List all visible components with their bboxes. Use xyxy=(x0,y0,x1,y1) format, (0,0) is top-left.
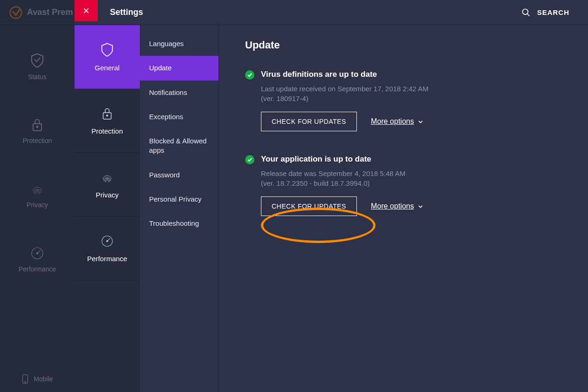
search-button[interactable]: SEARCH xyxy=(521,8,569,17)
block-body: Virus definitions are up to date Last up… xyxy=(261,70,562,131)
subnav-troubleshooting[interactable]: Troubleshooting xyxy=(140,211,219,236)
category-label: Privacy xyxy=(96,191,118,199)
block-title: Your application is up to date xyxy=(261,155,562,164)
bg-nav-privacy: Privacy xyxy=(0,163,75,227)
lock-icon xyxy=(31,117,44,132)
svg-point-7 xyxy=(25,381,26,382)
category-protection[interactable]: Protection xyxy=(75,89,140,153)
lock-icon xyxy=(101,107,113,121)
content-area: Update Virus definitions are up to date … xyxy=(219,25,588,392)
bg-nav-protection: Protection xyxy=(0,99,75,163)
block-actions: CHECK FOR UPDATES More options xyxy=(261,196,562,216)
bg-nav-status: Status xyxy=(0,34,75,99)
subnav-languages[interactable]: Languages xyxy=(140,32,219,56)
block-version: (ver. 180917-4) xyxy=(261,95,562,102)
category-label: Performance xyxy=(87,255,127,263)
page-title: Settings xyxy=(110,7,143,17)
block-title: Virus definitions are up to date xyxy=(261,70,562,79)
content-heading: Update xyxy=(245,39,562,51)
check-updates-button-app[interactable]: CHECK FOR UPDATES xyxy=(261,196,357,216)
subnav-password[interactable]: Password xyxy=(140,163,219,187)
chevron-down-icon xyxy=(417,119,424,125)
chevron-down-icon xyxy=(417,203,424,210)
status-ok-icon xyxy=(245,155,254,164)
subnav-update[interactable]: Update xyxy=(140,56,219,80)
title-bar: Avast Prem Settings SEARCH xyxy=(0,0,588,25)
category-performance[interactable]: Performance xyxy=(75,216,140,280)
subnav-blocked-allowed[interactable]: Blocked & Allowed apps xyxy=(140,129,219,163)
more-options-label: More options xyxy=(371,117,414,126)
close-button[interactable] xyxy=(75,0,98,21)
more-options-link-virus[interactable]: More options xyxy=(371,117,424,126)
background-nav: Status Protection Privacy Performance Mo… xyxy=(0,25,75,392)
settings-panel: General Protection Privacy Performance L… xyxy=(75,25,588,392)
application-block: Your application is up to date Release d… xyxy=(245,155,562,216)
block-subline: Last update received on September 17, 20… xyxy=(261,85,562,93)
shield-icon xyxy=(30,53,44,68)
fingerprint-icon xyxy=(30,182,45,196)
subnav-exceptions[interactable]: Exceptions xyxy=(140,105,219,129)
checkmark-icon xyxy=(247,72,253,78)
category-privacy[interactable]: Privacy xyxy=(75,153,140,216)
status-ok-icon xyxy=(245,70,254,80)
gauge-icon xyxy=(30,246,45,261)
svg-point-3 xyxy=(37,126,38,128)
mobile-icon xyxy=(21,374,29,384)
avast-logo-icon xyxy=(9,6,22,19)
subnav-notifications[interactable]: Notifications xyxy=(140,81,219,105)
close-icon xyxy=(82,7,90,14)
svg-point-5 xyxy=(36,252,38,254)
category-nav: General Protection Privacy Performance xyxy=(75,25,140,392)
block-subline: Release date was September 4, 2018 5:48 … xyxy=(261,169,562,177)
fingerprint-icon xyxy=(100,170,114,184)
more-options-label: More options xyxy=(371,202,414,210)
block-version: (ver. 18.7.2350 - build 18.7.3994.0) xyxy=(261,179,562,187)
category-general[interactable]: General xyxy=(75,25,140,89)
svg-point-11 xyxy=(107,240,108,242)
subnav-personal-privacy[interactable]: Personal Privacy xyxy=(140,187,219,211)
bg-nav-mobile: Mobile xyxy=(0,374,75,384)
app-title: Avast Prem xyxy=(27,7,73,17)
shield-outline-icon xyxy=(101,42,114,57)
more-options-link-app[interactable]: More options xyxy=(371,202,424,210)
search-icon xyxy=(521,8,531,17)
bg-nav-performance: Performance xyxy=(0,227,75,291)
sub-nav: Languages Update Notifications Exception… xyxy=(140,25,219,392)
category-label: Protection xyxy=(91,127,123,135)
checkmark-icon xyxy=(247,157,253,162)
block-body: Your application is up to date Release d… xyxy=(261,155,562,216)
check-updates-button-virus[interactable]: CHECK FOR UPDATES xyxy=(261,112,357,131)
search-label: SEARCH xyxy=(537,8,569,16)
virus-definitions-block: Virus definitions are up to date Last up… xyxy=(245,70,562,131)
block-actions: CHECK FOR UPDATES More options xyxy=(261,112,562,131)
category-label: General xyxy=(95,64,119,72)
gauge-icon xyxy=(100,234,114,248)
app-logo-wrap: Avast Prem xyxy=(0,6,73,19)
svg-point-9 xyxy=(107,115,108,116)
svg-point-1 xyxy=(522,9,528,14)
